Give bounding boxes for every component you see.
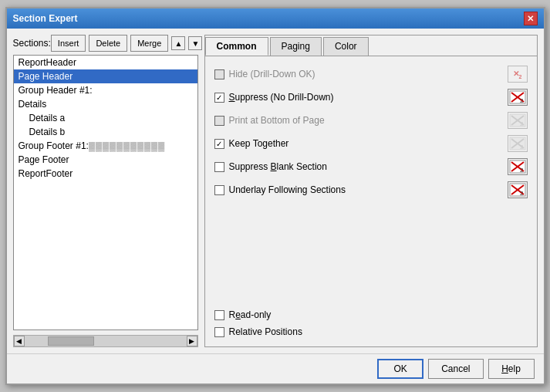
list-item[interactable]: ReportFooter [14, 167, 197, 181]
hide-checkbox[interactable] [214, 69, 224, 79]
formula-icon: ✕2 [513, 69, 522, 79]
tab-common[interactable]: Common [205, 37, 268, 56]
sections-label: Sections: [13, 38, 51, 49]
relative-positions-label: Relative Positions [229, 326, 302, 337]
hide-formula-button: ✕2 [508, 66, 528, 83]
suppress-blank-formula-button[interactable]: 2 [508, 158, 528, 175]
list-item[interactable]: Page Footer [14, 153, 197, 167]
suppress-checkbox[interactable] [214, 93, 224, 103]
suppress-option-left: Suppress (No Drill-Down) [214, 92, 503, 103]
dialog-footer: OK Cancel Help [7, 353, 544, 384]
readonly-option-row: Read-only [214, 309, 528, 320]
left-panel: Sections: Insert Delete Merge ▲ ▼ Report… [13, 35, 198, 347]
underlay-checkbox[interactable] [214, 185, 224, 195]
print-bottom-checkbox[interactable] [214, 116, 224, 126]
hide-option-row: Hide (Drill-Down OK) ✕2 [214, 66, 528, 83]
hide-label: Hide (Drill-Down OK) [229, 69, 315, 79]
scrollbar-track[interactable] [25, 336, 187, 346]
dialog-title: Section Expert [13, 13, 78, 24]
list-item[interactable]: ReportHeader [14, 56, 197, 69]
help-button[interactable]: Help [488, 359, 535, 379]
underlay-option-left: Underlay Following Sections [214, 184, 503, 195]
readonly-option-left: Read-only [214, 309, 528, 320]
hide-option-left: Hide (Drill-Down OK) [214, 69, 503, 79]
keep-together-option-left: Keep Together [214, 138, 503, 149]
keep-together-checkbox[interactable] [214, 139, 224, 149]
merge-button[interactable]: Merge [130, 35, 168, 52]
dialog-body: Sections: Insert Delete Merge ▲ ▼ Report… [7, 29, 544, 353]
sections-list[interactable]: ReportHeader Page Header Group Header #1… [13, 55, 198, 330]
list-item[interactable]: Group Header #1: [14, 83, 197, 97]
relative-positions-option-row: Relative Positions [214, 326, 528, 337]
underlay-option-row: Underlay Following Sections 2 [214, 181, 528, 198]
right-panel: Common Paging Color Hide (Drill-Down OK)… [204, 35, 538, 347]
print-bottom-formula-button: 2 [508, 112, 528, 129]
title-bar: Section Expert ✕ [7, 8, 544, 29]
section-expert-dialog: Section Expert ✕ Sections: Insert Delete… [5, 7, 545, 385]
readonly-checkbox[interactable] [214, 310, 224, 320]
suppress-option-row: Suppress (No Drill-Down) 2 [214, 89, 528, 106]
suppress-formula-button[interactable]: 2 [508, 89, 528, 106]
suppress-blank-option-left: Suppress Blank Section [214, 161, 503, 172]
insert-button[interactable]: Insert [51, 35, 86, 52]
print-bottom-option-row: Print at Bottom of Page 2 [214, 112, 528, 129]
readonly-label: Read-only [229, 309, 272, 320]
down-button[interactable]: ▼ [188, 36, 202, 50]
print-bottom-label: Print at Bottom of Page [229, 115, 325, 126]
up-button[interactable]: ▲ [171, 36, 185, 50]
scrollbar-thumb[interactable] [48, 336, 94, 346]
suppress-blank-label: Suppress Blank Section [229, 161, 327, 172]
relative-positions-checkbox[interactable] [214, 327, 224, 337]
list-item[interactable]: Details a [14, 111, 197, 125]
close-button[interactable]: ✕ [524, 12, 538, 25]
underlay-formula-button[interactable]: 2 [508, 181, 528, 198]
keep-together-label: Keep Together [229, 138, 289, 149]
svg-text:2: 2 [520, 190, 524, 197]
tabs-container: Common Paging Color [205, 35, 537, 56]
keep-together-option-row: Keep Together 2 [214, 135, 528, 152]
underlay-label: Underlay Following Sections [229, 184, 346, 195]
cancel-button[interactable]: Cancel [428, 359, 483, 379]
scroll-left-button[interactable]: ◀ [14, 336, 25, 346]
list-item[interactable]: Group Footer #1: ▓▓▓▓▓▓▓▓▓▓▓ [14, 139, 197, 153]
suppress-label: Suppress (No Drill-Down) [229, 92, 334, 103]
scroll-right-button[interactable]: ▶ [187, 336, 197, 346]
svg-text:2: 2 [520, 97, 524, 104]
suppress-blank-option-row: Suppress Blank Section 2 [214, 158, 528, 175]
list-item[interactable]: Details b [14, 125, 197, 139]
svg-text:2: 2 [520, 120, 524, 127]
common-tab-content: Hide (Drill-Down OK) ✕2 Suppress (No Dri… [205, 56, 537, 346]
list-item[interactable]: Page Header [14, 69, 197, 83]
keep-together-formula-button: 2 [508, 135, 528, 152]
ok-button[interactable]: OK [377, 359, 423, 379]
delete-button[interactable]: Delete [89, 35, 127, 52]
sections-toolbar: Insert Delete Merge ▲ ▼ [51, 35, 203, 52]
svg-text:2: 2 [520, 144, 524, 150]
tab-paging[interactable]: Paging [270, 37, 322, 56]
print-bottom-option-left: Print at Bottom of Page [214, 115, 503, 126]
horizontal-scrollbar[interactable]: ◀ ▶ [13, 335, 198, 347]
tab-color[interactable]: Color [323, 37, 369, 56]
suppress-blank-checkbox[interactable] [214, 162, 224, 172]
svg-text:2: 2 [520, 167, 524, 174]
relative-positions-option-left: Relative Positions [214, 326, 528, 337]
list-item[interactable]: Details [14, 97, 197, 111]
